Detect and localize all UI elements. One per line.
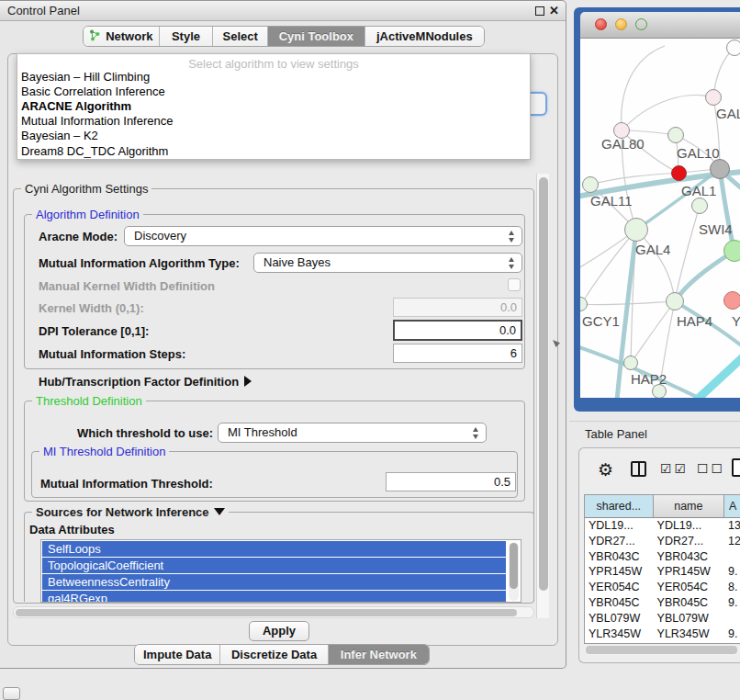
control-panel-titlebar[interactable]: Control Panel ✕ — [0, 1, 566, 21]
algorithm-option[interactable]: Bayesian – Hill Climbing — [21, 70, 150, 85]
close-icon[interactable]: ✕ — [549, 4, 559, 17]
algorithm-option[interactable]: Bayesian – K2 — [21, 129, 98, 143]
table-row[interactable]: YDR27...YDR27...12 — [585, 534, 740, 549]
network-node-gal11[interactable] — [582, 176, 599, 193]
network-icon — [89, 29, 101, 44]
tab-style[interactable]: Style — [160, 27, 214, 46]
tab-infer-network-label: Infer Network — [341, 648, 417, 661]
mi-algorithm-type-select[interactable]: Naive Bayes — [253, 253, 522, 273]
table-row[interactable]: YPR145WYPR145W9. — [585, 564, 740, 580]
control-panel-tabbar: Network Style Select Cyni Toolbox jActiv… — [83, 26, 485, 47]
table-row[interactable]: YBR043CYBR043C — [585, 549, 740, 565]
tab-discretize-data[interactable]: Discretize Data — [220, 645, 328, 664]
cell: 12 — [724, 534, 740, 549]
cell: 9. — [724, 627, 740, 642]
table-horizontal-scrollbar[interactable] — [584, 644, 740, 656]
mi-steps-label: Mutual Information Steps: — [39, 347, 185, 361]
tab-impute-data[interactable]: Impute Data — [135, 645, 220, 664]
settings-horizontal-scrollbar[interactable] — [13, 606, 534, 618]
gear-icon[interactable]: ⚙ — [598, 459, 613, 480]
cell: YPR145W — [654, 564, 725, 580]
tab-select[interactable]: Select — [213, 27, 268, 46]
scrollbar-thumb[interactable] — [510, 543, 518, 589]
tab-infer-network[interactable]: Infer Network — [329, 645, 429, 664]
cell: YER054C — [654, 580, 725, 595]
zoom-traffic-light-icon[interactable] — [635, 18, 647, 30]
mi-steps-field[interactable]: 6 — [393, 344, 522, 363]
table-row[interactable]: YDL19...YDL19...13 — [585, 518, 740, 534]
stepper-arrows-icon — [509, 257, 515, 269]
aracne-mode-label: Aracne Mode: — [39, 230, 118, 243]
table-row[interactable]: YBL079WYBL079W — [585, 611, 740, 627]
network-node-gal4[interactable] — [624, 218, 648, 242]
column-header-name[interactable]: name — [654, 495, 725, 517]
node-label: GAL10 — [677, 145, 720, 161]
network-canvas[interactable]: GAL GAL80 GAL10 GAL1 GAL11 GAL4 SWI4 GCY… — [580, 39, 740, 398]
scrollbar-thumb[interactable] — [586, 646, 737, 654]
settings-vertical-scrollbar[interactable] — [536, 174, 549, 618]
dpi-tolerance-field[interactable]: 0.0 — [393, 320, 522, 341]
cell: 9. — [724, 564, 740, 580]
tab-impute-data-label: Impute Data — [143, 648, 211, 661]
cell: YBR043C — [585, 549, 654, 565]
hub-definition-expander[interactable]: Hub/Transcription Factor Definition — [39, 375, 252, 389]
select-all-checkboxes-icon[interactable]: ☑☑ — [660, 461, 689, 476]
network-window-titlebar[interactable] — [580, 12, 740, 39]
network-node[interactable] — [691, 198, 708, 214]
network-node[interactable] — [705, 89, 722, 106]
network-node-hap4[interactable] — [666, 292, 684, 310]
tab-cyni-toolbox[interactable]: Cyni Toolbox — [268, 27, 365, 46]
network-node-swi4[interactable] — [723, 240, 740, 262]
table-row[interactable]: YER054CYER054C8. — [585, 580, 740, 595]
new-table-icon[interactable] — [732, 458, 740, 477]
control-panel-title: Control Panel — [7, 4, 80, 17]
list-item[interactable]: BetweennessCentrality — [42, 574, 506, 590]
scrollbar-thumb[interactable] — [539, 177, 548, 591]
network-node-gal1-selected[interactable] — [671, 165, 687, 181]
data-attributes-label: Data Attributes — [29, 523, 115, 536]
scrollbar-thumb[interactable] — [16, 609, 517, 616]
column-header-shared-name[interactable]: shared... — [585, 495, 654, 517]
collapsed-panel-button[interactable] — [3, 687, 20, 700]
network-node[interactable] — [726, 40, 740, 56]
float-window-icon[interactable] — [535, 6, 544, 16]
node-label: GAL1 — [681, 183, 716, 198]
algorithm-option[interactable]: Dream8 DC_TDC Algorithm — [21, 144, 168, 159]
network-node-gal10[interactable] — [710, 159, 730, 179]
algorithm-option-aracne[interactable]: ARACNE Algorithm — [21, 99, 131, 114]
network-node[interactable] — [723, 291, 740, 310]
cell: YBL079W — [585, 611, 654, 627]
algorithm-option[interactable]: Mutual Information Inference — [21, 114, 173, 129]
minimize-traffic-light-icon[interactable] — [615, 18, 627, 30]
cell — [724, 611, 740, 627]
list-vertical-scrollbar[interactable] — [509, 542, 519, 601]
data-attributes-list[interactable]: SelfLoops TopologicalCoefficient Between… — [40, 539, 521, 603]
list-item[interactable]: TopologicalCoefficient — [42, 558, 506, 573]
network-node[interactable] — [667, 127, 684, 143]
list-item[interactable]: gal4RGexp — [42, 591, 506, 603]
tab-network[interactable]: Network — [84, 27, 160, 46]
list-item[interactable]: SelfLoops — [42, 541, 506, 557]
table-row[interactable]: YLR345WYLR345W9. — [585, 627, 740, 642]
node-label: GCY1 — [582, 313, 620, 329]
dpi-tolerance-label: DPI Tolerance [0,1]: — [39, 324, 149, 338]
node-table: shared... name A YDL19...YDL19...13 YDR2… — [584, 494, 740, 644]
close-traffic-light-icon[interactable] — [595, 18, 607, 30]
kernel-width-field: 0.0 — [393, 298, 522, 317]
column-header-partial[interactable]: A — [724, 495, 740, 517]
manual-kernel-width-checkbox[interactable] — [508, 278, 521, 291]
sources-expander[interactable]: Sources for Network Inference — [32, 505, 229, 519]
tab-jactivemnodules[interactable]: jActiveMNodules — [365, 27, 484, 46]
apply-button[interactable]: Apply — [249, 621, 309, 641]
control-panel-window: Control Panel ✕ Network Style Select Cyn… — [0, 0, 566, 669]
tab-style-label: Style — [172, 29, 200, 43]
table-row[interactable]: YBR045CYBR045C9. — [585, 595, 740, 611]
which-threshold-select[interactable]: MI Threshold — [218, 423, 487, 443]
algorithm-option[interactable]: Basic Correlation Inference — [21, 85, 165, 99]
deselect-all-checkboxes-icon[interactable]: ☐☐ — [697, 461, 725, 476]
network-node-hap2[interactable] — [623, 356, 638, 370]
expander-collapsed-icon — [244, 376, 252, 387]
columns-icon[interactable] — [631, 461, 646, 477]
mi-threshold-field[interactable]: 0.5 — [386, 472, 516, 491]
aracne-mode-select[interactable]: Discovery — [124, 226, 522, 246]
